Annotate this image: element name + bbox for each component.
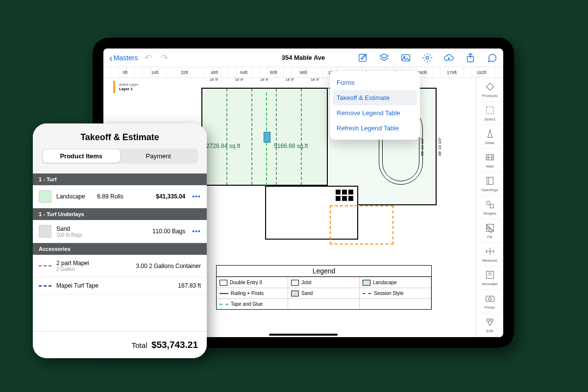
page-title: 354 Mable Ave bbox=[282, 54, 325, 61]
edit-icon[interactable] bbox=[357, 52, 368, 63]
tool-products[interactable]: Products bbox=[476, 78, 503, 101]
tool-edit[interactable]: Edit bbox=[476, 314, 503, 337]
tool-draw[interactable]: Draw bbox=[476, 125, 503, 148]
more-icon[interactable]: ••• bbox=[190, 193, 201, 200]
section-accessories: Accessories bbox=[33, 243, 207, 255]
svg-point-13 bbox=[489, 298, 491, 301]
area-b-label: 5166.88 sq.ft bbox=[274, 143, 308, 149]
top-dimensions: 14' 9"14' 9" 14' 9"14' 9" 14' 9" bbox=[201, 78, 328, 81]
svg-point-3 bbox=[426, 56, 429, 59]
popover-remove-legend[interactable]: Remove Legend Table bbox=[330, 105, 420, 121]
tool-openings[interactable]: Openings bbox=[476, 172, 503, 196]
sand-swatch-icon bbox=[39, 225, 51, 238]
tool-photo[interactable]: Photo bbox=[476, 290, 503, 314]
patio-outline[interactable] bbox=[330, 205, 393, 245]
svg-point-2 bbox=[404, 56, 405, 57]
svg-rect-5 bbox=[486, 106, 493, 114]
mapei-swatch-icon bbox=[39, 265, 51, 267]
joist-symbol[interactable] bbox=[264, 132, 270, 143]
svg-point-8 bbox=[486, 201, 490, 205]
estimate-total: Total $53,743.21 bbox=[33, 331, 207, 358]
estimate-panel: Takeoff & Estimate Product Items Payment… bbox=[33, 123, 207, 358]
section-turf: 1 - Turf bbox=[33, 173, 207, 185]
layers-icon[interactable] bbox=[379, 52, 390, 63]
redo-button[interactable]: ↷ bbox=[161, 52, 168, 63]
estimate-title: Takeoff & Estimate bbox=[33, 132, 207, 143]
tool-shapes[interactable]: Shapes bbox=[476, 196, 503, 219]
tool-wall[interactable]: Wall bbox=[476, 148, 503, 172]
image-icon[interactable] bbox=[400, 52, 411, 63]
svg-point-14 bbox=[487, 319, 490, 322]
row-mapei[interactable]: 2 part Mapei 2 Gallon 3.00 2 Gallons Con… bbox=[33, 255, 207, 277]
tool-measure[interactable]: Measure bbox=[476, 243, 503, 267]
back-button[interactable]: ‹ Masters bbox=[109, 53, 138, 63]
undo-button[interactable]: ↶ bbox=[145, 52, 152, 63]
tool-select[interactable]: Select bbox=[476, 101, 503, 125]
comment-icon[interactable] bbox=[487, 52, 497, 63]
tool-strip: Products Select Draw Wall Openings Shape… bbox=[476, 78, 503, 337]
actions-popover: Forms Takeoff & Estimate Remove Legend T… bbox=[330, 71, 420, 140]
area-a-label: 2726.84 sq.ft bbox=[206, 143, 240, 149]
popover-forms[interactable]: Forms bbox=[330, 75, 420, 90]
active-layer-badge: Active Layer: Layer 1 bbox=[113, 81, 143, 93]
ruler: 0ft16ft32ft 48ft64ft80ft 96ft112ft128ft … bbox=[103, 67, 503, 78]
legend-table: Legend Double Entry II Joist Landscape R… bbox=[216, 265, 432, 310]
svg-rect-7 bbox=[487, 177, 493, 185]
gear-icon[interactable] bbox=[422, 52, 433, 63]
row-landscape[interactable]: Landscape 6.89 Rolls $41,335.04 ••• bbox=[33, 185, 207, 208]
popover-takeoff[interactable]: Takeoff & Estimate bbox=[333, 90, 417, 105]
tool-annotate[interactable]: Annotate bbox=[476, 267, 503, 290]
chevron-left-icon: ‹ bbox=[109, 53, 113, 63]
cloud-icon[interactable] bbox=[443, 52, 454, 63]
tab-product-items[interactable]: Product Items bbox=[43, 149, 120, 163]
landscape-swatch-icon bbox=[39, 190, 51, 203]
estimate-segmented[interactable]: Product Items Payment bbox=[42, 148, 198, 164]
tape-swatch-icon bbox=[39, 285, 51, 287]
row-sand[interactable]: Sand 100 lb Bags 110.00 Bags ••• bbox=[33, 220, 207, 243]
row-turf-tape[interactable]: Mapei Turf Tape 167.83 ft bbox=[33, 277, 207, 294]
svg-rect-9 bbox=[490, 204, 493, 208]
section-underlays: 1 - Turf Underlays bbox=[33, 208, 207, 220]
svg-rect-12 bbox=[486, 296, 494, 302]
popover-refresh-legend[interactable]: Refresh Legend Table bbox=[330, 121, 420, 136]
tool-fill[interactable]: Fill bbox=[476, 220, 503, 243]
more-icon[interactable]: ••• bbox=[190, 227, 201, 235]
share-icon[interactable] bbox=[465, 52, 476, 63]
back-label: Masters bbox=[114, 54, 138, 62]
home-indicator bbox=[269, 334, 338, 336]
svg-point-15 bbox=[490, 319, 493, 322]
tab-payment[interactable]: Payment bbox=[120, 149, 197, 163]
